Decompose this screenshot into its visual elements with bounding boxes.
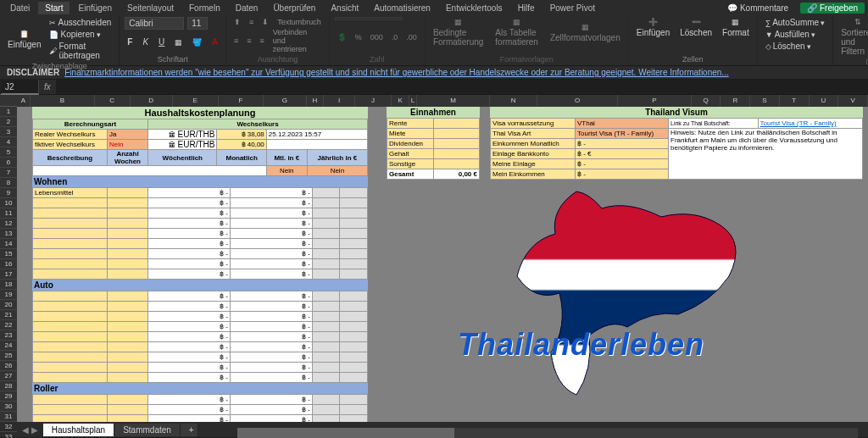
visa-panel: Thailand Visum Visa vorraussetzungVThaiL… xyxy=(490,107,863,180)
fx-icon[interactable]: fx xyxy=(39,82,56,91)
disclaimer-link[interactable]: Finanzmarktinformationen werden "wie bes… xyxy=(64,68,728,77)
edit-group-label: Bearbeiten xyxy=(838,57,868,66)
font-name-select[interactable]: Calibri xyxy=(125,17,184,30)
number-group-label: Zahl xyxy=(335,54,420,64)
cells-group-label: Zellen xyxy=(634,54,752,64)
copy-button[interactable]: 📄 Kopieren ▾ xyxy=(47,29,114,40)
insert-cells-button[interactable]: ➕Einfügen xyxy=(634,17,672,38)
menu-ansicht[interactable]: Ansicht xyxy=(324,2,365,14)
menu-hilfe[interactable]: Hilfe xyxy=(511,2,542,14)
align-right[interactable]: ≡ xyxy=(258,36,267,46)
share-button[interactable]: 🔗 Freigeben xyxy=(800,3,865,14)
disclaimer-bar: DISCLAIMER Finanzmarktinformationen werd… xyxy=(0,66,868,80)
grid[interactable]: Haushaltskostenplanung BerechnungsartWec… xyxy=(17,107,868,422)
brand-text: Thailanderleben xyxy=(458,327,704,363)
visa-title: Thailand Visum xyxy=(490,107,863,118)
thailand-map-image xyxy=(475,183,797,403)
percent-button[interactable]: % xyxy=(353,32,364,42)
merge-button[interactable]: Verbinden und zentrieren xyxy=(270,27,324,54)
name-box[interactable] xyxy=(0,79,39,95)
menu-seitenlayout[interactable]: Seitenlayout xyxy=(120,2,181,14)
tab-nav[interactable]: ◀ ▶ xyxy=(17,425,43,435)
horizontal-scrollbar[interactable] xyxy=(237,428,858,438)
font-group-label: Schriftart xyxy=(125,54,220,64)
formula-input[interactable] xyxy=(56,80,868,94)
comments-button[interactable]: 💬 Kommentare xyxy=(721,3,795,14)
disclaimer-tag: DISCLAIMER xyxy=(7,68,59,77)
format-cells-button[interactable]: ▦Format xyxy=(720,17,752,38)
sheet-tab-haushaltsplan[interactable]: Haushaltsplan xyxy=(43,424,114,436)
align-top[interactable]: ⬆ xyxy=(231,17,243,27)
new-sheet-button[interactable]: + xyxy=(181,424,198,436)
fill-button[interactable]: ▼ Ausfüllen ▾ xyxy=(763,29,827,40)
menu-powerpivot[interactable]: Power Pivot xyxy=(543,2,602,14)
font-color-button[interactable]: A xyxy=(209,36,220,47)
align-group-label: Ausrichtung xyxy=(231,54,324,64)
budget-panel: Haushaltskostenplanung BerechnungsartWec… xyxy=(32,107,368,422)
sheet-tab-stammdaten[interactable]: Stammdaten xyxy=(114,424,181,436)
income-title: Einnahmen xyxy=(387,107,480,118)
formula-bar: fx xyxy=(0,80,868,95)
as-table-button[interactable]: ▦Als Tabelle formatieren xyxy=(492,17,541,47)
align-left[interactable]: ≡ xyxy=(231,36,241,46)
fill-color-button[interactable]: 🪣 xyxy=(190,37,204,47)
align-mid[interactable]: ≡ xyxy=(247,17,256,27)
underline-button[interactable]: U xyxy=(156,36,167,47)
cut-button[interactable]: ✂ Ausschneiden xyxy=(47,17,114,28)
menu-formeln[interactable]: Formeln xyxy=(182,2,227,14)
menu-bar: Datei Start Einfügen Seitenlayout Formel… xyxy=(0,0,868,15)
menu-entwicklertools[interactable]: Entwicklertools xyxy=(439,2,509,14)
styles-group-label: Formatvorlagen xyxy=(431,54,623,64)
autosum-button[interactable]: ∑ AutoSumme ▾ xyxy=(763,17,827,28)
menu-ueberpruefen[interactable]: Überprüfen xyxy=(266,2,322,14)
menu-daten[interactable]: Daten xyxy=(229,2,265,14)
dec-decimal-button[interactable]: .00 xyxy=(403,32,420,42)
border-button[interactable]: ▦ xyxy=(172,37,185,47)
section-auto: Auto xyxy=(32,280,368,291)
italic-button[interactable]: K xyxy=(140,36,151,47)
number-format-select[interactable] xyxy=(335,17,403,20)
bold-button[interactable]: F xyxy=(125,36,135,47)
align-center[interactable]: ≡ xyxy=(244,36,253,46)
delete-cells-button[interactable]: ➖Löschen xyxy=(677,17,715,38)
align-bot[interactable]: ⬇ xyxy=(259,17,271,27)
menu-datei[interactable]: Datei xyxy=(3,2,36,14)
section-roller: Roller xyxy=(32,383,368,394)
col-headers[interactable]: ABCDEFGHIJKLMNOPQRSTUV xyxy=(17,95,868,107)
wrap-text-button[interactable]: Textumbruch xyxy=(275,17,324,27)
currency-button[interactable]: 💲 xyxy=(335,32,349,42)
format-painter-button[interactable]: 🖌 Format übertragen xyxy=(47,41,114,61)
font-size-select[interactable]: 11 xyxy=(187,17,208,30)
budget-title: Haushaltskostenplanung xyxy=(32,107,368,119)
ribbon: 📋Einfügen ✂ Ausschneiden 📄 Kopieren ▾ 🖌 … xyxy=(0,15,868,66)
section-wohnen: Wohnen xyxy=(32,176,368,187)
income-panel: Einnahmen RenteMieteDividendenGehaltSons… xyxy=(387,107,480,180)
menu-automatisieren[interactable]: Automatisieren xyxy=(367,2,437,14)
menu-start[interactable]: Start xyxy=(38,2,70,14)
row-headers[interactable]: 1234567891011121314151617181920212223242… xyxy=(0,95,17,422)
inc-decimal-button[interactable]: .0 xyxy=(389,32,401,42)
menu-einfuegen[interactable]: Einfügen xyxy=(71,2,118,14)
clear-button[interactable]: ◇ Löschen ▾ xyxy=(763,41,827,52)
sort-filter-button[interactable]: ⇅Sortieren und Filtern xyxy=(838,17,868,57)
cell-styles-button[interactable]: ▦Zellformatvorlagen xyxy=(548,22,623,43)
paste-button[interactable]: 📋Einfügen xyxy=(5,29,43,50)
comma-button[interactable]: 000 xyxy=(368,32,386,42)
cond-format-button[interactable]: ▦Bedingte Formatierung xyxy=(431,17,486,47)
